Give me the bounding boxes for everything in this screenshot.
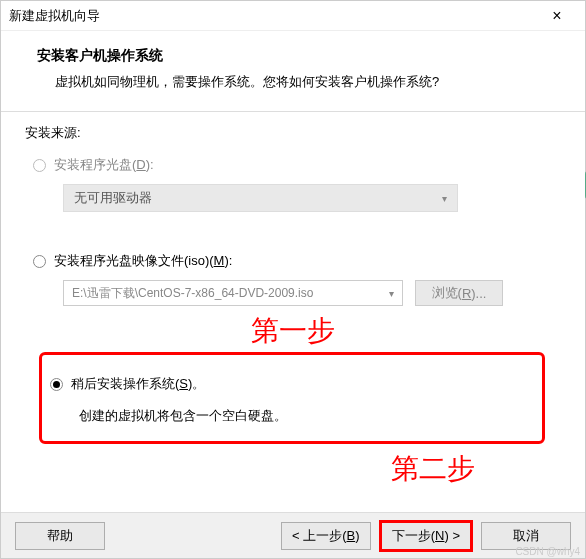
close-icon[interactable]: × — [537, 7, 577, 25]
back-button[interactable]: < 上一步(B) — [281, 522, 371, 550]
option-iso-file[interactable]: 安装程序光盘映像文件(iso)(M): — [33, 252, 561, 270]
option-install-later[interactable]: 稍后安装操作系统(S)。 — [50, 375, 532, 393]
next-button[interactable]: 下一步(N) > — [379, 520, 473, 552]
help-button[interactable]: 帮助 — [15, 522, 105, 550]
option-iso-label: 安装程序光盘映像文件(iso)(M): — [54, 252, 232, 270]
iso-path-text: E:\迅雷下载\CentOS-7-x86_64-DVD-2009.iso — [72, 285, 313, 302]
iso-path-combo[interactable]: E:\迅雷下载\CentOS-7-x86_64-DVD-2009.iso ▾ — [63, 280, 403, 306]
radio-iso[interactable] — [33, 255, 46, 268]
window-title: 新建虚拟机向导 — [9, 7, 537, 25]
titlebar: 新建虚拟机向导 × — [1, 1, 585, 31]
drive-combo-text: 无可用驱动器 — [74, 189, 152, 207]
content: 安装来源: 安装程序光盘(D): 无可用驱动器 ▾ 安装程序光盘映像文件(iso… — [1, 112, 585, 498]
iso-row: E:\迅雷下载\CentOS-7-x86_64-DVD-2009.iso ▾ 浏… — [63, 280, 561, 306]
wizard-dialog: 新建虚拟机向导 × 安装客户机操作系统 虚拟机如同物理机，需要操作系统。您将如何… — [0, 0, 586, 559]
option-installer-disc: 安装程序光盘(D): — [33, 156, 561, 174]
header-title: 安装客户机操作系统 — [37, 47, 549, 65]
drive-combo: 无可用驱动器 ▾ — [63, 184, 458, 212]
option-disc-label: 安装程序光盘(D): — [54, 156, 154, 174]
watermark: CSDN @why4 — [515, 546, 580, 557]
footer: 帮助 < 上一步(B) 下一步(N) > 取消 — [1, 512, 585, 558]
option-later-description: 创建的虚拟机将包含一个空白硬盘。 — [79, 407, 532, 425]
annotation-step2-row: 第二步 — [25, 450, 561, 488]
chevron-down-icon: ▾ — [442, 193, 447, 204]
annotation-step1: 第一步 — [25, 312, 561, 350]
header-subtitle: 虚拟机如同物理机，需要操作系统。您将如何安装客户机操作系统? — [55, 73, 549, 91]
annotation-step2: 第二步 — [391, 450, 475, 488]
browse-button: 浏览(R)... — [415, 280, 503, 306]
radio-disc — [33, 159, 46, 172]
source-label: 安装来源: — [25, 124, 561, 142]
header: 安装客户机操作系统 虚拟机如同物理机，需要操作系统。您将如何安装客户机操作系统? — [1, 31, 585, 112]
option-later-label: 稍后安装操作系统(S)。 — [71, 375, 205, 393]
radio-later[interactable] — [50, 378, 63, 391]
radio-dot-icon — [53, 381, 60, 388]
chevron-down-icon: ▾ — [389, 288, 394, 299]
annotation-box-step1: 稍后安装操作系统(S)。 创建的虚拟机将包含一个空白硬盘。 — [39, 352, 545, 444]
